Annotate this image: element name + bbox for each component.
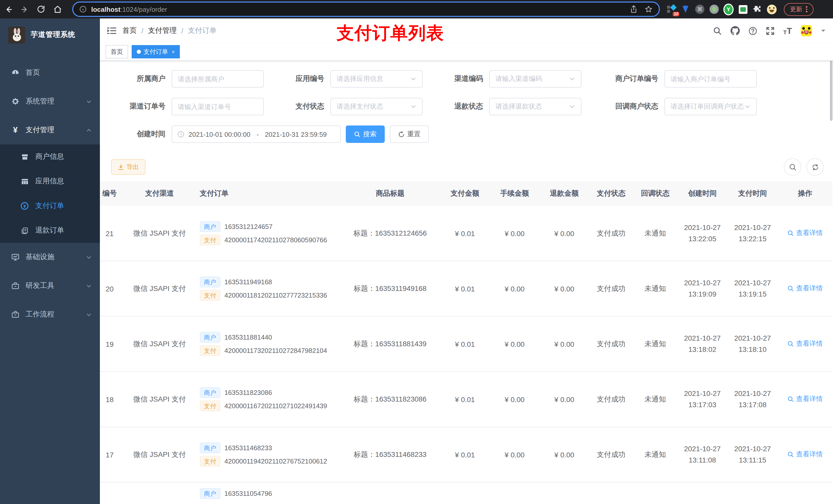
profile-avatar-icon[interactable]	[766, 4, 777, 14]
pay-tag: 支付	[200, 235, 220, 245]
chevron-down-icon	[410, 76, 416, 82]
payment-submenu: 商户信息 应用信息 ¥ 支付订单	[0, 144, 100, 243]
extension-badge: 10	[673, 12, 679, 16]
sidebar-item-merchant-info[interactable]: 商户信息	[0, 144, 100, 169]
help-icon[interactable]	[748, 26, 757, 35]
header-search-icon[interactable]	[713, 26, 722, 35]
field-label: 应用编号	[280, 74, 330, 83]
app-logo[interactable]: 芋道管理系统	[0, 19, 100, 51]
sidebar-item-pay-order[interactable]: ¥ 支付订单	[0, 194, 100, 218]
breadcrumb-pay-mgmt[interactable]: 支付管理	[148, 26, 177, 35]
breadcrumb-home[interactable]: 首页	[122, 26, 137, 35]
extension-y-icon[interactable]: Y	[723, 4, 734, 14]
notify-status: 未通知	[633, 261, 677, 316]
site-info-icon[interactable]	[79, 6, 87, 13]
top-navbar: 首页 / 支付管理 / 支付订单 支付订单列表	[100, 19, 833, 43]
annotation-title: 支付订单列表	[337, 22, 444, 45]
tab-pay-order[interactable]: 支付订单 ×	[132, 45, 180, 58]
notify-status: 未通知	[633, 371, 677, 427]
pay-time: 2021-10-27 13:18:10	[728, 316, 778, 371]
pay-status-select[interactable]: 请选择支付状态	[330, 98, 423, 115]
pay-status: 支付成功	[589, 371, 633, 427]
toggle-search-icon[interactable]	[784, 158, 801, 176]
sidebar-item-home[interactable]: 首页	[0, 58, 100, 87]
forward-icon[interactable]	[16, 0, 33, 19]
fullscreen-icon[interactable]	[766, 26, 775, 35]
tab-home[interactable]: 首页	[105, 45, 128, 58]
extension-record-icon[interactable]	[709, 4, 719, 14]
sidebar-item-app-info[interactable]: 应用信息	[0, 169, 100, 194]
merchant-order-no-input[interactable]	[664, 70, 757, 88]
font-size-icon[interactable]: TT	[783, 26, 792, 35]
product-title: 标题：1635311823086	[340, 371, 440, 427]
monitor-chart-icon	[11, 253, 20, 261]
sidebar-item-workflow[interactable]: 工作流程	[0, 300, 100, 329]
merchant-select-input[interactable]	[172, 70, 264, 88]
back-icon[interactable]	[0, 0, 16, 19]
channel-order-no-input[interactable]	[172, 98, 264, 115]
gear-icon	[11, 97, 20, 105]
close-icon[interactable]: ×	[172, 49, 175, 55]
pay-channel: 微信 JSAPI 支付	[133, 427, 187, 482]
home-icon[interactable]	[49, 0, 66, 19]
extensions-puzzle-icon[interactable]	[752, 4, 762, 14]
refund-amount: ¥ 0.00	[540, 261, 589, 316]
address-bar[interactable]: localhost:1024/pay/order	[72, 2, 660, 17]
share-icon[interactable]	[630, 5, 637, 13]
reset-button[interactable]: 重置	[390, 125, 429, 143]
reload-icon[interactable]	[33, 0, 49, 19]
refresh-icon[interactable]	[806, 158, 824, 176]
table-row: 18 微信 JSAPI 支付 商户 1635311823086 支付 42000…	[100, 371, 832, 427]
caret-down-icon[interactable]	[821, 28, 826, 33]
create-time-range-picker[interactable]: 2021-10-01 00:00:00 - 2021-10-31 23:59:5…	[172, 125, 341, 143]
notify-status-select[interactable]: 请选择订单回调商户状态	[664, 98, 757, 115]
view-detail-link[interactable]: 查看详情	[787, 229, 823, 238]
sidebar-item-dev-tools[interactable]: 研发工具	[0, 271, 100, 300]
sidebar-item-refund-order[interactable]: 退款订单	[0, 218, 100, 243]
sidebar-toggle-icon[interactable]	[100, 27, 122, 35]
screen: localhost:1024/pay/order 10 ⌘ Y	[0, 0, 833, 504]
view-detail-link[interactable]: 查看详情	[787, 450, 823, 459]
chevron-down-icon	[86, 283, 92, 289]
pay-order-cell: 商户 1635311949168 支付 42000011812021102777…	[187, 261, 340, 316]
search-button[interactable]: 搜索	[346, 125, 385, 143]
sidebar: 芋道管理系统 首页 系统管理	[0, 19, 100, 504]
fee-amount	[490, 482, 540, 504]
window-scrollbar[interactable]	[830, 61, 832, 121]
pay-order-no: 4200001173202110272847982104	[224, 347, 327, 355]
extension-chat-icon[interactable]	[738, 4, 748, 14]
actions-cell: 查看详情	[778, 371, 832, 427]
fee-amount: ¥ 0.00	[490, 316, 540, 371]
logo-rabbit-icon	[8, 26, 25, 43]
github-icon[interactable]	[731, 26, 740, 35]
pay-amount: ¥ 0.01	[440, 316, 490, 371]
merchant-tag: 商户	[200, 488, 220, 499]
pay-time: 2021-10-27 13:22:15	[728, 206, 778, 261]
fee-amount: ¥ 0.00	[490, 261, 540, 316]
chrome-update-button[interactable]: 更新	[784, 3, 813, 16]
pay-amount: ¥ 0.01	[440, 427, 490, 482]
browser-menu-icon[interactable]	[806, 6, 807, 12]
sidebar-item-system[interactable]: 系统管理	[0, 87, 100, 116]
refund-amount: ¥ 0.00	[540, 316, 589, 371]
app-select[interactable]: 请选择应用信息	[330, 70, 423, 88]
view-detail-link[interactable]: 查看详情	[787, 284, 823, 293]
export-button[interactable]: 导出	[111, 159, 145, 175]
refund-status-select[interactable]: 请选择退款状态	[489, 98, 581, 115]
pay-time: 2021-10-27 13:19:15	[728, 261, 778, 316]
view-detail-link[interactable]: 查看详情	[787, 394, 823, 404]
channel-code-select[interactable]: 请输入渠道编码	[489, 70, 581, 88]
extension-kite-icon[interactable]	[680, 4, 691, 14]
bookmark-star-icon[interactable]	[644, 5, 653, 13]
table-row: 20 微信 JSAPI 支付 商户 1635311949168 支付 42000…	[100, 261, 832, 316]
extension-command-icon[interactable]: ⌘	[695, 4, 705, 14]
view-detail-link[interactable]: 查看详情	[787, 339, 823, 349]
extension-grid-icon[interactable]: 10	[666, 4, 676, 14]
sidebar-item-payment[interactable]: ¥ 支付管理	[0, 116, 100, 144]
app-title: 芋道管理系统	[31, 30, 75, 40]
user-avatar[interactable]	[801, 25, 812, 37]
pay-status: 支付成功	[589, 316, 633, 371]
breadcrumb-pay-order: 支付订单	[188, 26, 217, 35]
extensions-row: 10 ⌘ Y 更新	[666, 0, 813, 19]
sidebar-item-infrastructure[interactable]: 基础设施	[0, 243, 100, 271]
